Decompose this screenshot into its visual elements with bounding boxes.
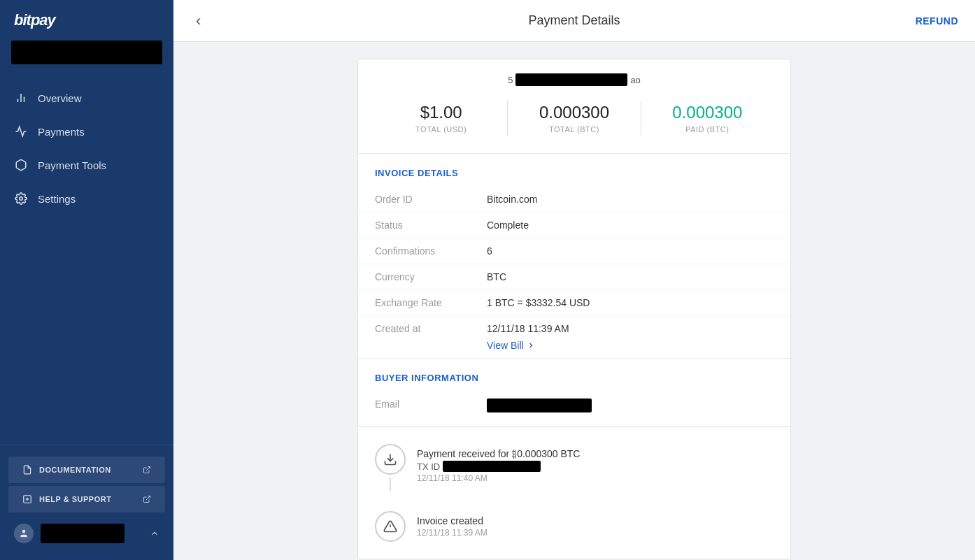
account-bar[interactable] [11, 41, 162, 64]
person-icon [19, 529, 29, 538]
email-label: Email [375, 399, 487, 412]
bar-chart-icon [14, 91, 28, 105]
sidebar: bitpay Overview Payments [0, 0, 173, 560]
chevron-right-icon [527, 341, 535, 350]
order-id-label: Order ID [375, 194, 487, 205]
payment-header: 5 ao $1.00 TOTAL (USD) 0.000300 TOTAL (B… [358, 59, 790, 154]
payment-card: 5 ao $1.00 TOTAL (USD) 0.000300 TOTAL (B… [357, 59, 791, 427]
order-id-value: Bitcoin.com [487, 194, 537, 205]
top-bar: ‹ Payment Details REFUND [173, 0, 975, 42]
exchange-rate-label: Exchange Rate [375, 297, 487, 308]
download-icon-circle [375, 444, 406, 475]
timeline-line-1 [390, 478, 391, 491]
total-usd-block: $1.00 TOTAL (USD) [375, 97, 507, 139]
timeline-section: Payment received for ₿0.000300 BTC TX ID… [357, 427, 791, 559]
total-usd-value: $1.00 [386, 103, 496, 122]
svg-point-3 [20, 197, 23, 201]
paid-btc-label: PAID (BTC) [653, 125, 762, 134]
bitpay-logo-text: bitpay [14, 11, 55, 29]
timeline-title-1: Payment received for ₿0.000300 BTC [417, 448, 580, 459]
payment-id-suffix: ao [630, 75, 640, 85]
detail-status: Status Complete [358, 213, 790, 238]
main-content: ‹ Payment Details REFUND 5 ao $1.00 TOTA… [173, 0, 975, 560]
payment-id-redacted [515, 73, 627, 86]
content-area: 5 ao $1.00 TOTAL (USD) 0.000300 TOTAL (B… [173, 42, 975, 560]
timeline-content-2: Invoice created 12/11/18 11:39 AM [417, 511, 488, 542]
total-btc-block: 0.000300 TOTAL (BTC) [508, 97, 640, 139]
alert-triangle-icon [383, 519, 397, 533]
status-label: Status [375, 220, 487, 231]
payment-id-row: 5 ao [375, 73, 774, 86]
confirmations-label: Confirmations [375, 245, 487, 257]
activity-icon [14, 124, 28, 138]
box-icon [14, 158, 28, 172]
total-btc-value: 0.000300 [519, 103, 629, 122]
view-bill-label: View Bill [487, 340, 524, 351]
sidebar-item-settings[interactable]: Settings [0, 182, 173, 215]
buyer-info-section: BUYER INFORMATION Email [358, 358, 790, 426]
view-bill-link[interactable]: View Bill [487, 340, 774, 351]
total-usd-label: TOTAL (USD) [386, 125, 496, 134]
timeline-item-created: Invoice created 12/11/18 11:39 AM [375, 511, 774, 542]
refund-button[interactable]: REFUND [916, 15, 958, 27]
page-title: Payment Details [528, 13, 620, 28]
detail-confirmations: Confirmations 6 [358, 238, 790, 264]
sidebar-label-payments: Payments [38, 126, 85, 138]
detail-created-at: Created at 12/11/18 11:39 AM View Bill [358, 316, 790, 358]
svg-point-9 [22, 530, 26, 533]
timeline-content-1: Payment received for ₿0.000300 BTC TX ID… [417, 444, 580, 491]
detail-email: Email [358, 392, 790, 426]
detail-currency: Currency BTC [358, 264, 790, 290]
status-value: Complete [487, 220, 529, 231]
amounts-row: $1.00 TOTAL (USD) 0.000300 TOTAL (BTC) 0… [375, 97, 774, 139]
tx-id-redacted [443, 461, 541, 472]
paid-btc-value: 0.000300 [653, 103, 762, 122]
tx-id-prefix: TX ID [417, 461, 440, 472]
created-at-label: Created at [375, 323, 487, 334]
invoice-details-section: INVOICE DETAILS Order ID Bitcoin.com Sta… [358, 154, 790, 358]
timeline-time-1: 12/11/18 11:40 AM [417, 473, 580, 483]
user-avatar [14, 524, 34, 543]
exchange-rate-value: 1 BTC = $3332.54 USD [487, 297, 590, 308]
external-link-icon [143, 466, 151, 474]
download-icon [383, 452, 397, 466]
help-support-label: HELP & SUPPORT [39, 495, 111, 503]
gear-icon [14, 192, 28, 206]
chevron-up-icon[interactable] [150, 529, 159, 538]
documentation-label: DOCUMENTATION [39, 466, 111, 474]
timeline-item-payment: Payment received for ₿0.000300 BTC TX ID… [375, 444, 774, 491]
sidebar-bottom: DOCUMENTATION HELP & SUPPORT [0, 445, 173, 560]
detail-exchange-rate: Exchange Rate 1 BTC = $3332.54 USD [358, 290, 790, 316]
svg-line-8 [146, 496, 150, 501]
detail-order-id: Order ID Bitcoin.com [358, 187, 790, 213]
created-at-value: 12/11/18 11:39 AM [487, 323, 569, 334]
sidebar-label-payment-tools: Payment Tools [38, 159, 106, 171]
timeline-left-1 [375, 444, 406, 491]
sidebar-label-overview: Overview [38, 92, 82, 104]
sidebar-item-overview[interactable]: Overview [0, 81, 173, 115]
external-link-2-icon [143, 495, 151, 503]
sidebar-nav: Overview Payments Payment Tools [0, 76, 173, 445]
sidebar-item-payment-tools[interactable]: Payment Tools [0, 148, 173, 182]
help-icon [22, 494, 32, 504]
total-btc-label: TOTAL (BTC) [519, 125, 629, 134]
help-support-link[interactable]: HELP & SUPPORT [8, 486, 165, 512]
currency-value: BTC [487, 271, 506, 282]
buyer-info-title: BUYER INFORMATION [358, 359, 790, 392]
timeline-time-2: 12/11/18 11:39 AM [417, 528, 488, 538]
back-button[interactable]: ‹ [190, 9, 206, 33]
user-name-bar [41, 524, 124, 543]
confirmations-value: 6 [487, 245, 492, 257]
timeline-title-2: Invoice created [417, 515, 488, 526]
paid-btc-block: 0.000300 PAID (BTC) [641, 97, 774, 139]
triangle-icon-circle [375, 511, 406, 542]
sidebar-item-payments[interactable]: Payments [0, 115, 173, 148]
payment-id-prefix: 5 [508, 75, 513, 85]
sidebar-logo: bitpay [0, 0, 173, 41]
svg-line-4 [146, 467, 150, 471]
sidebar-label-settings: Settings [38, 193, 76, 205]
timeline-txid: TX ID [417, 461, 580, 472]
sidebar-user [0, 515, 173, 552]
documentation-link[interactable]: DOCUMENTATION [8, 457, 165, 483]
timeline-left-2 [375, 511, 406, 542]
